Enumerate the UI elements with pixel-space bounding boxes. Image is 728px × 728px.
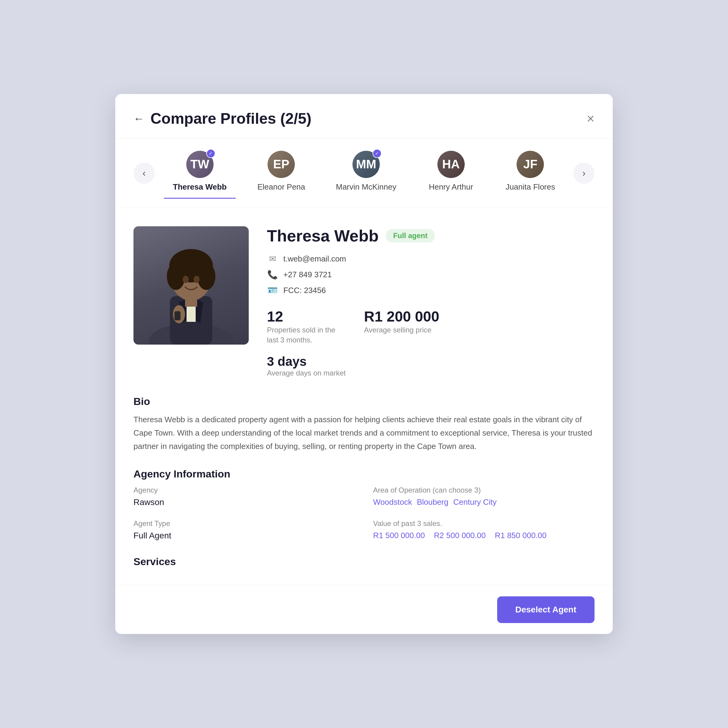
tab-avatar-wrap-eleanor: EP [268,151,295,178]
area-label: Area of Operation (can choose 3) [373,486,595,494]
sale-value-1: R1 500 000.00 [373,531,425,540]
fcc-icon: 🪪 [267,285,278,296]
profile-photo [133,226,249,344]
tab-name-juanita: Juanita Flores [506,182,555,192]
tab-eleanor-pena[interactable]: EP Eleanor Pena [248,148,315,199]
sale-value-3: R1 850 000.00 [495,531,547,540]
tab-avatar-wrap-marvin: MM ✓ [352,151,380,178]
svg-point-7 [167,263,185,290]
bio-section: Bio Theresa Webb is a dedicated property… [133,396,595,453]
tab-marvin-mckinney[interactable]: MM ✓ Marvin McKinney [327,148,405,199]
profile-name-row: Theresa Webb Full agent [267,226,595,245]
next-arrow-button[interactable]: › [573,162,595,184]
phone-icon: 📞 [267,269,278,280]
agent-photo-svg [139,229,243,344]
full-agent-badge: Full agent [386,229,435,242]
avg-days-label: Average days on market [267,369,595,377]
bio-title: Bio [133,396,595,407]
tab-name-marvin: Marvin McKinney [336,182,396,192]
svg-rect-11 [185,298,197,307]
past-sales-block: Value of past 3 sales. R1 500 000.00 R2 … [373,519,595,541]
agent-type-value: Full Agent [133,531,355,541]
contact-email: ✉ t.web@email.com [267,254,595,265]
modal-body: Theresa Webb Full agent ✉ t.web@email.co… [115,208,613,586]
tab-juanita-flores[interactable]: JF Juanita Flores [497,148,564,199]
header-left: ← Compare Profiles (2/5) [133,110,312,127]
agency-title: Agency Information [133,468,595,480]
area-tags-row: Woodstock Blouberg Century City [373,497,595,507]
avatar-initials-eleanor: EP [268,151,295,178]
area-tag-woodstock: Woodstock [373,497,412,507]
tab-avatar-wrap-juanita: JF [517,151,544,178]
sale-value-2: R2 500 000.00 [434,531,486,540]
svg-point-10 [194,276,200,283]
profile-info: Theresa Webb Full agent ✉ t.web@email.co… [267,226,595,377]
stat-avg-days: 3 days Average days on market [267,354,595,377]
stats-row: 12 Properties sold in the last 3 months.… [267,308,595,345]
photo-background [133,226,249,344]
agency-name-block: Agency Rawson [133,486,355,507]
avatar-initials-henry: HA [437,151,465,178]
avg-price-number: R1 200 000 [364,308,439,325]
tab-name-theresa: Theresa Webb [173,182,226,192]
deselect-agent-button[interactable]: Deselect Agent [497,596,595,623]
tab-name-eleanor: Eleanor Pena [257,182,305,192]
close-button[interactable]: × [587,112,595,125]
tab-theresa-webb[interactable]: TW ✓ Theresa Webb [164,148,236,199]
fcc-value: FCC: 23456 [283,286,326,295]
avg-days-number: 3 days [267,354,595,369]
contact-fcc: 🪪 FCC: 23456 [267,285,595,296]
compare-profiles-modal: ← Compare Profiles (2/5) × ‹ TW ✓ Theres… [115,94,613,634]
email-value: t.web@email.com [283,254,346,264]
contact-list: ✉ t.web@email.com 📞 +27 849 3721 🪪 FCC: … [267,254,595,296]
services-section: Services [133,556,595,567]
modal-header: ← Compare Profiles (2/5) × [115,94,613,139]
back-button[interactable]: ← [133,113,144,124]
profile-top: Theresa Webb Full agent ✉ t.web@email.co… [133,226,595,377]
tab-avatar-henry: HA [437,151,465,178]
tab-henry-arthur[interactable]: HA Henry Arthur [418,148,485,199]
agent-type-block: Agent Type Full Agent [133,519,355,541]
agency-label: Agency [133,486,355,494]
check-badge-marvin: ✓ [373,149,382,158]
contact-phone: 📞 +27 849 3721 [267,269,595,280]
svg-point-8 [197,263,216,290]
properties-sold-number: 12 [267,308,340,325]
tab-name-henry: Henry Arthur [429,182,473,192]
area-operation-block: Area of Operation (can choose 3) Woodsto… [373,486,595,507]
tabs-list: TW ✓ Theresa Webb EP Eleanor Pena MM [158,148,570,199]
modal-title: Compare Profiles (2/5) [150,110,312,127]
agency-section: Agency Information Agency Rawson Area of… [133,468,595,541]
area-tag-century-city: Century City [453,497,497,507]
tab-avatar-juanita: JF [517,151,544,178]
services-title: Services [133,556,595,567]
stat-properties-sold: 12 Properties sold in the last 3 months. [267,308,340,345]
past-sales-values: R1 500 000.00 R2 500 000.00 R1 850 000.0… [373,531,595,540]
agency-grid: Agency Rawson Area of Operation (can cho… [133,486,595,541]
check-badge-theresa: ✓ [206,149,216,158]
svg-point-9 [183,276,189,283]
past-sales-label: Value of past 3 sales. [373,519,595,528]
tab-avatar-eleanor: EP [268,151,295,178]
avatar-initials-juanita: JF [517,151,544,178]
profile-tabs: ‹ TW ✓ Theresa Webb EP Eleanor Pena [115,139,613,208]
tab-avatar-wrap-theresa: TW ✓ [186,151,214,178]
profile-name: Theresa Webb [267,226,379,245]
avg-price-label: Average selling price [364,325,437,335]
modal-footer: Deselect Agent [115,585,613,634]
properties-sold-label: Properties sold in the last 3 months. [267,325,340,345]
area-tag-blouberg: Blouberg [417,497,448,507]
stat-avg-price: R1 200 000 Average selling price [364,308,439,345]
email-icon: ✉ [267,254,278,265]
bio-text: Theresa Webb is a dedicated property age… [133,413,595,453]
agency-value: Rawson [133,497,355,507]
tab-avatar-wrap-henry: HA [437,151,465,178]
phone-value: +27 849 3721 [283,270,332,279]
svg-rect-13 [174,311,180,320]
agent-type-label: Agent Type [133,519,355,528]
prev-arrow-button[interactable]: ‹ [133,162,155,184]
